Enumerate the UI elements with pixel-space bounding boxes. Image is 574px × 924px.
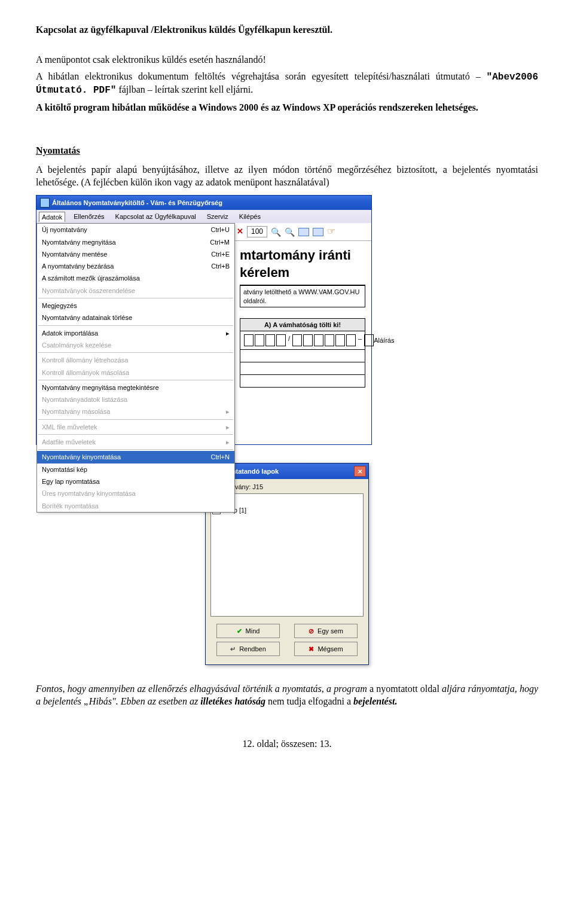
close-form-icon[interactable]: ✕ xyxy=(237,227,243,237)
menu-item-hotkey: Ctrl+N xyxy=(211,453,230,461)
date-box[interactable] xyxy=(255,334,264,346)
menu-item[interactable]: A számított mezők újraszámolása xyxy=(37,272,234,284)
menu-item-label: Kontroll állomány létrehozása xyxy=(42,356,128,364)
menu-item-label: Új nyomtatvány xyxy=(42,225,87,234)
menu-item-label: Nyomtatvány megnyitása xyxy=(42,238,116,246)
menu-item: Kontroll állomány létrehozása xyxy=(37,354,234,366)
date-box[interactable] xyxy=(364,334,374,346)
menu-separator xyxy=(38,380,233,380)
zoom-in-icon[interactable]: 🔍 xyxy=(285,227,295,237)
menu-szerviz[interactable]: Szerviz xyxy=(204,212,231,221)
menu-item: Nyomtatvány másolása▸ xyxy=(37,405,234,417)
para-os-support: A kitöltő program hibátlan működése a Wi… xyxy=(36,102,538,114)
menu-item-label: Csatolmányok kezelése xyxy=(42,341,111,349)
form-download-note: atvány letölthető a WWW.VAM.GOV.HU oldal… xyxy=(240,285,365,307)
menu-kilepes[interactable]: Kilépés xyxy=(237,212,263,221)
form-date-line: / – Aláírás xyxy=(240,331,365,350)
date-box[interactable] xyxy=(303,334,313,346)
date-box[interactable] xyxy=(292,334,302,346)
signature-label: Aláírás xyxy=(374,336,394,344)
menu-item-hotkey: ▸ xyxy=(226,423,230,431)
menu-item-label: Nyomtatványadatok listázása xyxy=(42,395,127,404)
menu-item[interactable]: A nyomtatvány bezárásaCtrl+B xyxy=(37,260,234,272)
zoom-value[interactable]: 100 xyxy=(247,226,267,238)
ok-button[interactable]: ↵ Rendben xyxy=(216,642,280,656)
menu-item-label: Nyomtatvány mentése xyxy=(42,250,107,258)
close-icon[interactable]: ✕ xyxy=(354,466,366,477)
menu-item[interactable]: Egy lap nyomtatása xyxy=(37,475,234,487)
menu-item-label: Nyomtatvány másolása xyxy=(42,407,110,416)
titlebar: Általános Nyomtatványkitöltő - Vám- és P… xyxy=(36,196,371,210)
menu-ugyfelkapu[interactable]: Kapcsolat az Ügyfélkapuval xyxy=(113,212,199,221)
btn-label: Egy sem xyxy=(317,627,343,635)
menu-separator xyxy=(38,449,233,450)
menubar: Adatok Ellenőrzés Kapcsolat az Ügyfélkap… xyxy=(36,210,371,223)
menu-item[interactable]: Nyomtatvány mentéseCtrl+E xyxy=(37,248,234,260)
menu-item-hotkey: Ctrl+M xyxy=(210,238,230,246)
menu-item-label: Üres nyomtatvány kinyomtatása xyxy=(42,489,136,498)
select-all-button[interactable]: ✔ Mind xyxy=(216,624,280,638)
menu-separator xyxy=(38,352,233,353)
menu-item: Kontroll állományok másolása xyxy=(37,367,234,379)
menu-item: Nyomtatványok összerendelése xyxy=(37,285,234,297)
btn-label: Mégsem xyxy=(317,645,343,653)
menu-adatok[interactable]: Adatok xyxy=(39,212,65,222)
dialog-buttons: ✔ Mind ⊘ Egy sem ↵ Rendben ✖ Mégsem xyxy=(210,624,364,656)
menu-item-hotkey: Ctrl+B xyxy=(211,262,230,270)
app-window: Általános Nyomtatványkitöltő - Vám- és P… xyxy=(36,195,372,445)
form-row xyxy=(240,350,365,362)
form-title: mtartomány iránti kérelem xyxy=(240,247,365,281)
heading-connection: Kapcsolat az ügyfélkapuval /Elektronikus… xyxy=(36,24,538,36)
cancel-button[interactable]: ✖ Mégsem xyxy=(294,642,358,656)
menu-item[interactable]: Új nyomtatványCtrl+U xyxy=(37,224,234,236)
adatok-dropdown: Új nyomtatványCtrl+UNyomtatvány megnyitá… xyxy=(36,223,235,513)
menu-item[interactable]: Nyomtatvány adatainak törlése xyxy=(37,312,234,324)
prohibit-icon: ⊘ xyxy=(309,627,314,635)
form-section-a: A) A vámhatóság tölti ki! xyxy=(240,318,365,331)
menu-item[interactable]: Nyomtatvány megnyitásaCtrl+M xyxy=(37,236,234,248)
btn-label: Rendben xyxy=(239,645,266,653)
menu-item-hotkey: ▸ xyxy=(226,407,230,416)
date-box[interactable] xyxy=(325,334,334,346)
menu-item-label: Nyomtatvány adatainak törlése xyxy=(42,313,132,322)
menu-item-label: Adatok importálása xyxy=(42,329,98,337)
date-box[interactable] xyxy=(265,334,275,346)
date-box[interactable] xyxy=(314,334,323,346)
menu-item[interactable]: Megjegyzés xyxy=(37,300,234,312)
form-row xyxy=(240,375,365,388)
menu-item-label: Nyomtatványok összerendelése xyxy=(42,286,135,295)
date-box[interactable] xyxy=(346,334,356,346)
menu-item-label: XML file műveletek xyxy=(42,423,97,431)
menu-item: XML file műveletek▸ xyxy=(37,421,234,433)
menu-item[interactable]: Nyomtatási kép xyxy=(37,463,234,475)
menu-separator xyxy=(38,298,233,298)
menu-separator xyxy=(38,325,233,326)
menu-separator xyxy=(38,434,233,435)
page-nav-icon[interactable] xyxy=(298,228,309,236)
para-important-note: Fontos, hogy amennyiben az ellenőrzés el… xyxy=(36,683,538,708)
date-box[interactable] xyxy=(244,334,254,346)
menu-item-hotkey: ▸ xyxy=(226,438,230,446)
menu-item-label: Megjegyzés xyxy=(42,301,77,310)
menu-ellenorzes[interactable]: Ellenőrzés xyxy=(71,212,106,221)
date-box[interactable] xyxy=(335,334,345,346)
select-none-button[interactable]: ⊘ Egy sem xyxy=(294,624,358,638)
menu-item: Nyomtatványadatok listázása xyxy=(37,394,234,405)
menu-item[interactable]: Nyomtatvány megnyitása megtekintésre xyxy=(37,382,234,394)
menu-item-label: Nyomtatási kép xyxy=(42,465,87,474)
menu-item-label: Kontroll állományok másolása xyxy=(42,368,129,377)
x-icon: ✖ xyxy=(309,645,314,653)
date-boxes: / – xyxy=(244,334,374,346)
para-printing-desc: A bejelentés papír alapú benyújtásához, … xyxy=(36,164,538,189)
page-nav2-icon[interactable] xyxy=(313,228,323,236)
window-title: Általános Nyomtatványkitöltő - Vám- és P… xyxy=(52,199,222,207)
date-box[interactable] xyxy=(276,334,286,346)
menu-item-label: A nyomtatvány bezárása xyxy=(42,262,114,270)
menu-item: Üres nyomtatvány kinyomtatása xyxy=(37,487,234,499)
menu-item[interactable]: Adatok importálása▸ xyxy=(37,327,234,339)
menu-item[interactable]: Nyomtatvány kinyomtatásaCtrl+N xyxy=(37,451,234,463)
menu-separator xyxy=(38,419,233,420)
menu-item-label: Boríték nyomtatása xyxy=(42,502,99,510)
pointer-icon[interactable]: ☞ xyxy=(327,225,335,238)
zoom-out-icon[interactable]: 🔍 xyxy=(271,227,281,237)
